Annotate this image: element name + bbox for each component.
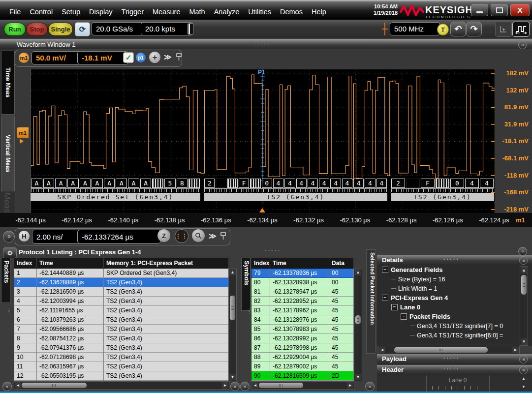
tree-expander-icon[interactable]: − — [382, 295, 388, 301]
scroll-right-icon[interactable]: ► — [512, 347, 519, 353]
table-row[interactable]: 12-62.05503195 µsTS2 (Gen3,4) — [14, 371, 229, 381]
table-row[interactable]: 79-62.13378936 µs00 — [251, 269, 354, 278]
lane-scroll-up-icon[interactable]: ▲ — [522, 376, 526, 381]
column-header[interactable]: Data — [329, 258, 354, 269]
tab-packets[interactable]: Packets — [1, 258, 10, 303]
table-row[interactable]: 11-62.06315967 µsTS2 (Gen3,4) — [14, 362, 229, 371]
symbols-hscroll-thumb[interactable] — [259, 383, 303, 388]
payload-drag-handle[interactable]: ····· — [443, 355, 460, 361]
decode-segment[interactable]: AAAAAAAAAA58SKP Ordered Set (Gen3,4) — [31, 179, 200, 203]
p1-marker-badge[interactable]: p1 — [136, 53, 146, 62]
table-row[interactable]: 90-62.12816509 µs2D — [251, 371, 354, 381]
ground-marker-badge[interactable]: m1 — [17, 127, 29, 138]
h-pin-icon[interactable] — [220, 232, 226, 240]
run-button[interactable]: Run — [4, 23, 26, 36]
header-expand-icon[interactable]: » — [519, 366, 528, 374]
tab-selected-packet-information[interactable]: Selected Packet Information — [366, 249, 376, 354]
tree-item[interactable]: −Lane 0 — [377, 302, 532, 312]
scroll-down-icon[interactable]: ▼ — [229, 374, 236, 380]
scroll-left-icon[interactable]: ◄ — [252, 382, 258, 389]
header-section-header[interactable]: Header ····· » — [377, 365, 532, 375]
symbols-scroll-thumb[interactable] — [355, 315, 361, 324]
payload-section-header[interactable]: Payload ····· » — [377, 354, 532, 364]
table-row[interactable]: 8-62.08754122 µsTS2 (Gen3,4) — [14, 334, 229, 343]
waveform-window-header[interactable]: Waveform Window 1 ····· » — [0, 39, 532, 49]
details-header[interactable]: Details ····· » — [377, 255, 532, 265]
more-chevrons-icon[interactable]: ≫ — [164, 53, 172, 61]
table-row[interactable]: 81-62.13278947 µs45 — [251, 287, 354, 297]
column-header[interactable]: Memory 1: PCI-Express Packet — [104, 258, 229, 269]
scroll-right-icon[interactable]: ► — [347, 382, 353, 389]
table-row[interactable]: 83-62.13178962 µs45 — [251, 306, 354, 315]
scroll-down-icon[interactable]: ▼ — [355, 374, 361, 380]
close-button[interactable]: X — [510, 4, 530, 16]
column-header[interactable]: Time — [37, 258, 104, 269]
trigger-badge[interactable]: T — [437, 24, 449, 35]
tree-expander-icon[interactable]: − — [391, 304, 398, 310]
lane-scroll-down-icon[interactable]: ▼ — [522, 385, 526, 389]
menu-item-trigger[interactable]: Trigger — [117, 6, 148, 17]
tree-item[interactable]: Gen3,4 TS1/TS2 signifier[6:0] = — [377, 331, 532, 340]
details-scroll-thumb[interactable] — [521, 275, 527, 295]
table-row[interactable]: 88-62.12929004 µs45 — [251, 353, 354, 362]
markers-icon[interactable]: ⋮⋮ — [175, 229, 188, 243]
details-hscroll-thumb[interactable] — [394, 347, 488, 353]
tree-item[interactable]: Link Width = 1 — [377, 284, 532, 293]
vertical-scale-field[interactable]: 50.0 mV/ — [31, 51, 84, 64]
menu-item-display[interactable]: Display — [85, 6, 117, 17]
menu-item-analyze[interactable]: Analyze — [210, 6, 244, 17]
redo-icon[interactable]: ↷ — [466, 22, 482, 36]
column-header[interactable]: Index — [251, 258, 270, 269]
search-icon[interactable] — [192, 229, 205, 242]
tree-expander-icon[interactable]: − — [401, 313, 407, 320]
timebase-position-field[interactable]: -62.1337264 µs — [77, 230, 161, 243]
protocol-expand-right-icon[interactable]: » — [230, 382, 240, 391]
p1-marker-label[interactable]: P1 — [258, 69, 265, 76]
table-row[interactable]: 84-62.13128976 µs45 — [251, 315, 354, 325]
scroll-up-icon[interactable]: ▲ — [355, 269, 361, 275]
menu-item-help[interactable]: Help — [307, 6, 331, 17]
scroll-left-icon[interactable]: ◄ — [379, 347, 385, 353]
scroll-up-icon[interactable]: ▲ — [229, 269, 236, 275]
protocol-vertical-scrollbar[interactable]: ▲ ▼ — [228, 268, 237, 381]
symbols-drag-handle[interactable]: ····· — [265, 247, 281, 253]
payload-expand-icon[interactable]: » — [519, 355, 528, 363]
table-row[interactable]: 2-62.13628889 µsTS2 (Gen3,4) — [14, 278, 229, 287]
timebase-scale-field[interactable]: 2.00 ns/ — [32, 230, 83, 243]
decode-segment[interactable]: 2F04444444444TS2 (Gen3,4) — [204, 179, 387, 203]
table-row[interactable]: 10-62.07128698 µsTS2 (Gen3,4) — [14, 353, 229, 362]
table-row[interactable]: 85-62.13078983 µs45 — [251, 325, 354, 334]
channel-badge[interactable]: m1 — [19, 53, 29, 63]
scroll-down-icon[interactable]: ▼ — [521, 338, 527, 345]
protocol-scroll-thumb[interactable] — [230, 296, 235, 320]
menu-item-setup[interactable]: Setup — [57, 6, 85, 17]
table-row[interactable]: 80-62.13328938 µs00 — [251, 278, 354, 287]
tree-item[interactable]: Gen3,4 TS1/TS2 signifier[7] = 0 — [377, 321, 532, 331]
bandwidth-field[interactable]: 500 MHz — [390, 22, 440, 35]
tree-item[interactable]: −PCI-Express Gen 4 — [377, 293, 532, 302]
protocol-hscroll-thumb[interactable] — [22, 383, 87, 388]
details-horizontal-scrollbar[interactable]: ◄ ► — [378, 346, 520, 354]
symbols-expand-left-icon[interactable]: » — [240, 382, 250, 391]
sample-rate-field[interactable]: 20.0 GSa/s — [92, 22, 146, 35]
touch-zoom-icon[interactable] — [512, 22, 530, 37]
panel-drag-handle[interactable]: ⁞⁞ — [8, 309, 10, 314]
table-row[interactable]: 5-62.11191655 µsTS2 (Gen3,4) — [14, 306, 229, 315]
table-row[interactable]: 82-62.13228952 µs45 — [251, 297, 354, 306]
add-channel-icon[interactable]: + — [149, 52, 160, 63]
column-header[interactable]: Time — [270, 258, 329, 269]
minimize-button[interactable] — [471, 4, 488, 16]
scroll-right-icon[interactable]: ► — [222, 382, 228, 389]
scroll-up-icon[interactable]: ▲ — [521, 267, 527, 273]
details-collapse-icon[interactable]: » — [519, 256, 528, 265]
menu-item-demos[interactable]: Demos — [276, 6, 307, 17]
symbols-vertical-scrollbar[interactable]: ▲ ▼ — [354, 268, 362, 381]
zoom-reset-icon[interactable]: Z — [157, 229, 170, 242]
symbols-expand-right-icon[interactable]: » — [365, 382, 375, 391]
vertical-offset-field[interactable]: -18.1 mV — [77, 51, 128, 64]
stop-button[interactable]: Stop — [26, 23, 48, 36]
window-drag-handle[interactable]: ····· — [254, 41, 270, 47]
tab-time-meas[interactable]: Time Meas — [1, 51, 15, 115]
undo-icon[interactable]: ↶ — [450, 22, 466, 36]
symbols-horizontal-scrollbar[interactable]: ◄ ► — [251, 381, 354, 390]
